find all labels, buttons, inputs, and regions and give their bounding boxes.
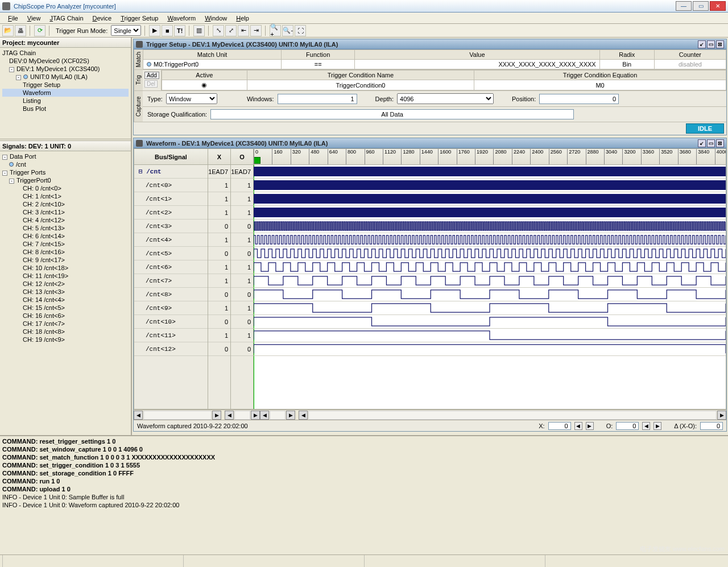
maximize-button[interactable]: ▭: [693, 1, 709, 11]
position-input[interactable]: [539, 94, 619, 104]
tree-item[interactable]: Trigger Setup: [2, 81, 129, 89]
o-prev-icon[interactable]: ◀: [642, 422, 650, 430]
goto-x-icon[interactable]: ⤡: [213, 25, 224, 36]
channel-item[interactable]: CH: 17 /cnt<7>: [2, 320, 129, 328]
wave-hscroll-left-icon[interactable]: ◀: [299, 411, 308, 420]
channel-item[interactable]: CH: 2 /cnt<10>: [2, 200, 129, 208]
panel-close-icon[interactable]: ⊠: [716, 139, 724, 147]
wave-row[interactable]: [254, 206, 726, 220]
menu-trigger-setup[interactable]: Trigger Setup: [116, 14, 163, 23]
signal-row[interactable]: /cnt<5>: [134, 247, 208, 260]
menu-waveform[interactable]: Waveform: [163, 14, 200, 23]
wave-row[interactable]: [254, 342, 726, 356]
name-hscroll[interactable]: [143, 411, 212, 420]
wave-row[interactable]: [254, 192, 726, 206]
channel-item[interactable]: CH: 12 /cnt<2>: [2, 280, 129, 288]
channel-item[interactable]: CH: 6 /cnt<14>: [2, 232, 129, 240]
tree-item[interactable]: Bus Plot: [2, 105, 129, 113]
signal-row[interactable]: /cnt<12>: [134, 342, 208, 356]
active-radio[interactable]: ◉: [162, 80, 247, 90]
wave-row[interactable]: [254, 247, 726, 260]
channel-item[interactable]: CH: 19 /cnt<9>: [2, 336, 129, 343]
expand-icon[interactable]: -: [9, 67, 14, 72]
tree-item[interactable]: Waveform: [2, 89, 129, 97]
hscroll-left-icon[interactable]: ◀: [260, 411, 269, 420]
open-icon[interactable]: 📂: [2, 25, 14, 36]
wave-row[interactable]: [254, 315, 726, 329]
channel-item[interactable]: CH: 9 /cnt<17>: [2, 256, 129, 264]
channel-item[interactable]: CH: 18 /cnt<8>: [2, 328, 129, 336]
close-button[interactable]: ✕: [710, 1, 726, 11]
signal-row[interactable]: /cnt<4>: [134, 233, 208, 247]
match-tab[interactable]: Match: [134, 49, 143, 69]
signals-tree[interactable]: -Data Port/cnt-Trigger Ports-TriggerPort…: [0, 151, 131, 435]
stop-icon[interactable]: ■: [162, 25, 173, 36]
menu-help[interactable]: Help: [231, 14, 254, 23]
storage-input[interactable]: [210, 109, 574, 119]
tree-item[interactable]: -UNIT:0 MyILA0 (ILA): [2, 73, 129, 81]
signal-row[interactable]: /cnt<1>: [134, 192, 208, 206]
hscroll-right-icon[interactable]: ▶: [251, 411, 260, 420]
t-exclaim-icon[interactable]: T!: [174, 25, 185, 36]
menu-view[interactable]: View: [23, 14, 46, 23]
tree-item[interactable]: -TriggerPort0: [2, 176, 129, 184]
tree-item[interactable]: Listing: [2, 97, 129, 105]
channel-item[interactable]: CH: 14 /cnt<4>: [2, 296, 129, 304]
channel-item[interactable]: CH: 3 /cnt<11>: [2, 208, 129, 216]
wave-row[interactable]: [254, 274, 726, 288]
o-next-icon[interactable]: ▶: [653, 422, 661, 430]
wave-hscroll-right-icon[interactable]: ▶: [717, 411, 726, 420]
x-next-icon[interactable]: ▶: [586, 422, 594, 430]
reconnect-icon[interactable]: ⟳: [34, 25, 46, 36]
wave-row[interactable]: [254, 220, 726, 233]
wave-row[interactable]: [254, 165, 726, 179]
windows-input[interactable]: [278, 94, 357, 104]
value-cell[interactable]: XXXX_XXXX_XXXX_XXXX_XXXX: [355, 60, 600, 69]
panel-max-icon[interactable]: ▭: [707, 139, 715, 147]
signal-row[interactable]: /cnt<2>: [134, 206, 208, 220]
wave-row[interactable]: [254, 329, 726, 342]
channel-item[interactable]: CH: 16 /cnt<6>: [2, 312, 129, 320]
wave-row[interactable]: [254, 179, 726, 192]
panel-restore-icon[interactable]: ↙: [698, 139, 706, 147]
tree-item[interactable]: -Data Port: [2, 152, 129, 160]
trigger-run-mode-select[interactable]: Single: [111, 25, 141, 36]
hscroll-right-icon[interactable]: ▶: [286, 411, 295, 420]
o-hscroll[interactable]: [270, 411, 286, 420]
expand-icon[interactable]: -: [16, 75, 21, 80]
expand-icon[interactable]: -: [2, 155, 7, 160]
channel-item[interactable]: CH: 10 /cnt<18>: [2, 264, 129, 272]
menu-jtag-chain[interactable]: JTAG Chain: [45, 14, 88, 23]
signal-row[interactable]: /cnt<8>: [134, 288, 208, 301]
tree-item[interactable]: DEV:0 MyDevice0 (XCF02S): [2, 57, 129, 65]
zoom-out-icon[interactable]: 🔍-: [282, 25, 293, 36]
signal-row[interactable]: /cnt<9>: [134, 301, 208, 315]
wave-row[interactable]: [254, 260, 726, 274]
wave-row[interactable]: [254, 288, 726, 301]
radix-cell[interactable]: Bin: [599, 60, 654, 69]
view1-icon[interactable]: ▥: [193, 25, 205, 36]
x-hscroll[interactable]: [234, 411, 250, 420]
channel-item[interactable]: CH: 7 /cnt<15>: [2, 240, 129, 248]
wave-row[interactable]: [254, 233, 726, 247]
print-icon[interactable]: 🖶: [15, 25, 26, 36]
hscroll-right-icon[interactable]: ▶: [212, 411, 221, 420]
zoom-fit-icon[interactable]: ⛶: [295, 25, 306, 36]
menu-file[interactable]: File: [3, 14, 23, 23]
match-unit-cell[interactable]: M0:TriggerPort0: [143, 60, 282, 69]
cond-name-cell[interactable]: TriggerCondition0: [247, 80, 474, 90]
signal-row[interactable]: /cnt<10>: [134, 315, 208, 329]
run-icon[interactable]: ▶: [149, 25, 160, 36]
hscroll-left-icon[interactable]: ◀: [225, 411, 234, 420]
goto-prev-icon[interactable]: ⇤: [238, 25, 249, 36]
tree-item[interactable]: -DEV:1 MyDevice1 (XC3S400): [2, 65, 129, 73]
goto-o-icon[interactable]: ⤢: [225, 25, 237, 36]
signal-row[interactable]: /cnt<0>: [134, 179, 208, 192]
cond-eq-cell[interactable]: M0: [474, 80, 726, 90]
trig-tab[interactable]: Trig: [134, 70, 143, 90]
channel-item[interactable]: CH: 13 /cnt<3>: [2, 288, 129, 296]
menu-window[interactable]: Window: [200, 14, 231, 23]
zoom-in-icon[interactable]: 🔍+: [270, 25, 281, 36]
channel-item[interactable]: CH: 15 /cnt<5>: [2, 304, 129, 312]
panel-restore-icon[interactable]: ↙: [698, 40, 706, 48]
